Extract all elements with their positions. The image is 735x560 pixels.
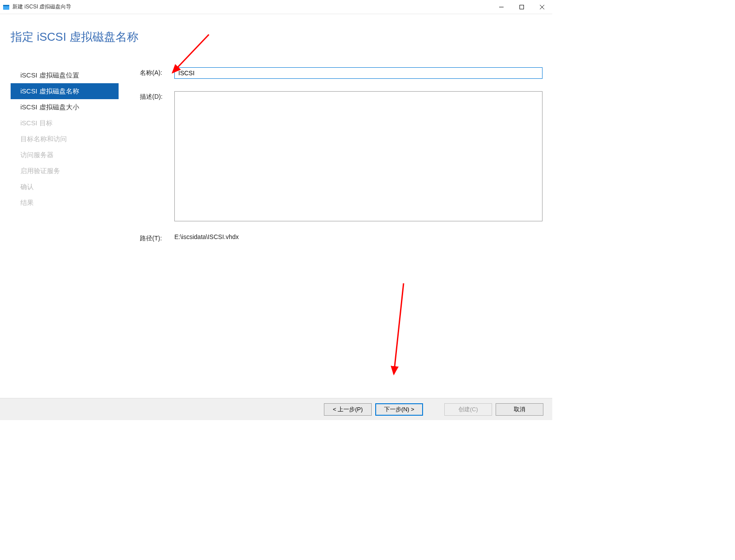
- close-button[interactable]: [532, 0, 552, 14]
- form-area: 名称(A): 描述(D): 路径(T): E:\iscsidata\ISCSI.…: [140, 67, 543, 255]
- svg-line-7: [394, 283, 404, 374]
- description-input[interactable]: [174, 91, 543, 221]
- step-auth: 启用验证服务: [11, 163, 119, 179]
- step-confirm: 确认: [11, 179, 119, 195]
- svg-rect-1: [3, 5, 9, 6]
- step-location[interactable]: iSCSI 虚拟磁盘位置: [11, 67, 119, 83]
- step-access-servers: 访问服务器: [11, 147, 119, 163]
- cancel-button[interactable]: 取消: [496, 403, 543, 416]
- name-input[interactable]: [174, 67, 543, 79]
- app-icon: [3, 4, 10, 11]
- wizard-button-bar: < 上一步(P) 下一步(N) > 创建(C) 取消: [0, 398, 552, 420]
- previous-button[interactable]: < 上一步(P): [324, 403, 372, 416]
- annotation-arrow-icon: [386, 281, 412, 378]
- step-target: iSCSI 目标: [11, 115, 119, 131]
- step-target-name: 目标名称和访问: [11, 131, 119, 147]
- step-name[interactable]: iSCSI 虚拟磁盘名称: [11, 83, 119, 99]
- titlebar: 新建 iSCSI 虚拟磁盘向导: [0, 0, 552, 14]
- wizard-steps-sidebar: iSCSI 虚拟磁盘位置 iSCSI 虚拟磁盘名称 iSCSI 虚拟磁盘大小 i…: [11, 67, 119, 211]
- step-size[interactable]: iSCSI 虚拟磁盘大小: [11, 99, 119, 115]
- window-title: 新建 iSCSI 虚拟磁盘向导: [12, 3, 71, 11]
- path-value: E:\iscsidata\ISCSI.vhdx: [174, 233, 239, 240]
- name-label: 名称(A):: [140, 67, 174, 79]
- next-button[interactable]: 下一步(N) >: [375, 403, 423, 416]
- wizard-content: 指定 iSCSI 虚拟磁盘名称 iSCSI 虚拟磁盘位置 iSCSI 虚拟磁盘名…: [0, 14, 552, 398]
- step-result: 结果: [11, 195, 119, 211]
- svg-rect-3: [520, 5, 524, 9]
- path-label: 路径(T):: [140, 233, 174, 243]
- page-title: 指定 iSCSI 虚拟磁盘名称: [11, 29, 139, 45]
- maximize-button[interactable]: [512, 0, 532, 14]
- minimize-button[interactable]: [491, 0, 512, 14]
- create-button[interactable]: 创建(C): [444, 403, 492, 416]
- description-label: 描述(D):: [140, 91, 174, 223]
